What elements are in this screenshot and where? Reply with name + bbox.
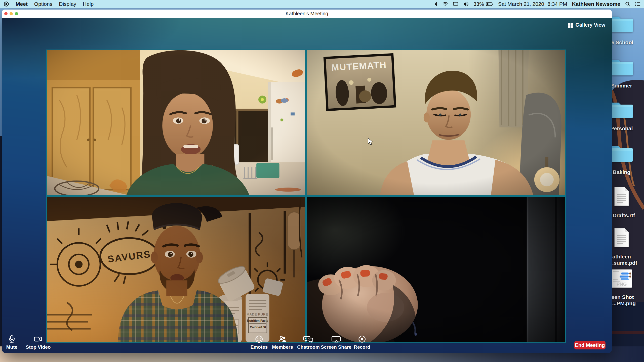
video-frame: SAVURS xyxy=(47,197,305,342)
people-icon xyxy=(277,335,288,344)
window-titlebar: Kathleen's Meeting xyxy=(2,10,612,18)
desktop-icon-label: w School xyxy=(610,39,633,46)
screenshot-thumbnail-icon: PNG xyxy=(611,269,632,288)
microphone-icon xyxy=(7,335,17,344)
menu-bar-date: Sat March 21, 2020 xyxy=(498,1,544,7)
mute-label: Mute xyxy=(6,344,17,350)
menu-bar: Meet Options Display Help xyxy=(0,0,644,8)
window-title: Kathleen's Meeting xyxy=(2,11,612,17)
folder-icon xyxy=(609,15,634,33)
video-tile-kitchen-woman[interactable] xyxy=(47,50,305,195)
meet-app-window: Kathleen's Meeting Gallery View xyxy=(2,10,612,353)
menu-options[interactable]: Options xyxy=(34,1,52,7)
desktop-icon-label: Baking xyxy=(613,169,630,175)
wifi-icon[interactable] xyxy=(442,2,448,6)
mute-button[interactable]: Mute xyxy=(6,335,17,350)
mouse-cursor xyxy=(368,138,374,145)
end-meeting-button[interactable]: End Meeting xyxy=(574,341,606,349)
close-button[interactable] xyxy=(4,12,8,15)
battery-percent: 33% xyxy=(473,1,484,7)
screen: w School Summer Personal Baking xyxy=(0,0,644,362)
folder-icon xyxy=(609,101,634,119)
folder-icon xyxy=(609,58,634,76)
video-frame: MUTEMATH xyxy=(307,50,565,195)
gallery-view-label: Gallery View xyxy=(575,22,605,28)
menu-help[interactable]: Help xyxy=(83,1,94,7)
screen-share-label: Screen Share xyxy=(321,344,351,350)
menu-meet[interactable]: Meet xyxy=(16,1,28,7)
video-frame xyxy=(47,50,305,195)
desktop-icon-label: il Drafts.rtf xyxy=(608,212,635,218)
screen-share-icon xyxy=(331,335,341,344)
chat-bubbles-icon xyxy=(303,335,314,344)
folder-icon xyxy=(609,144,634,163)
desktop-icon-label: Summer xyxy=(611,82,632,89)
document-icon xyxy=(614,228,629,247)
meeting-area: Gallery View xyxy=(2,18,612,353)
meet-app-icon[interactable] xyxy=(4,1,9,7)
members-button[interactable]: Members xyxy=(272,335,293,350)
control-center-list-icon[interactable] xyxy=(635,2,640,6)
emotes-button[interactable]: Emotes xyxy=(251,335,268,350)
menu-bar-user-name[interactable]: Kathleen Newsome xyxy=(572,1,620,7)
chatroom-button[interactable]: Chatroom xyxy=(297,335,320,350)
emotes-label: Emotes xyxy=(251,344,268,350)
volume-icon[interactable] xyxy=(463,2,469,7)
thumbnail-watermark: PNG xyxy=(616,282,627,287)
chatroom-label: Chatroom xyxy=(297,344,320,350)
smiley-icon xyxy=(255,335,264,344)
video-tile-jersey-man[interactable]: MUTEMATH xyxy=(307,50,565,195)
video-tile-cap-man[interactable]: SAVURS xyxy=(47,197,305,342)
stop-video-button[interactable]: Stop Video xyxy=(26,335,51,350)
minimize-button[interactable] xyxy=(10,12,13,15)
members-label: Members xyxy=(272,344,293,350)
battery-icon xyxy=(486,2,493,6)
record-icon xyxy=(357,335,367,344)
battery-status[interactable]: 33% xyxy=(473,1,493,7)
document-icon xyxy=(614,187,629,206)
stop-video-label: Stop Video xyxy=(26,344,51,350)
screen-share-button[interactable]: Screen Share xyxy=(321,335,351,350)
record-button[interactable]: Record xyxy=(354,335,370,350)
desktop-icon-label: Personal xyxy=(611,125,633,131)
bluetooth-icon[interactable] xyxy=(434,2,438,7)
video-tile-dark-fist[interactable] xyxy=(307,197,565,342)
video-frame xyxy=(307,197,565,342)
menu-bar-time: 8:34 PM xyxy=(547,1,567,7)
zoom-button[interactable] xyxy=(15,12,18,15)
record-label: Record xyxy=(354,344,370,350)
menu-bar-clock[interactable]: Sat March 21, 2020 8:34 PM xyxy=(498,1,567,7)
gallery-grid-icon xyxy=(568,22,573,28)
video-grid: MUTEMATH xyxy=(46,50,566,343)
traffic-lights xyxy=(4,12,18,15)
video-camera-icon xyxy=(33,335,43,344)
display-icon[interactable] xyxy=(453,2,458,7)
search-icon[interactable] xyxy=(625,2,630,7)
menu-display[interactable]: Display xyxy=(59,1,76,7)
gallery-view-button[interactable]: Gallery View xyxy=(568,22,605,28)
